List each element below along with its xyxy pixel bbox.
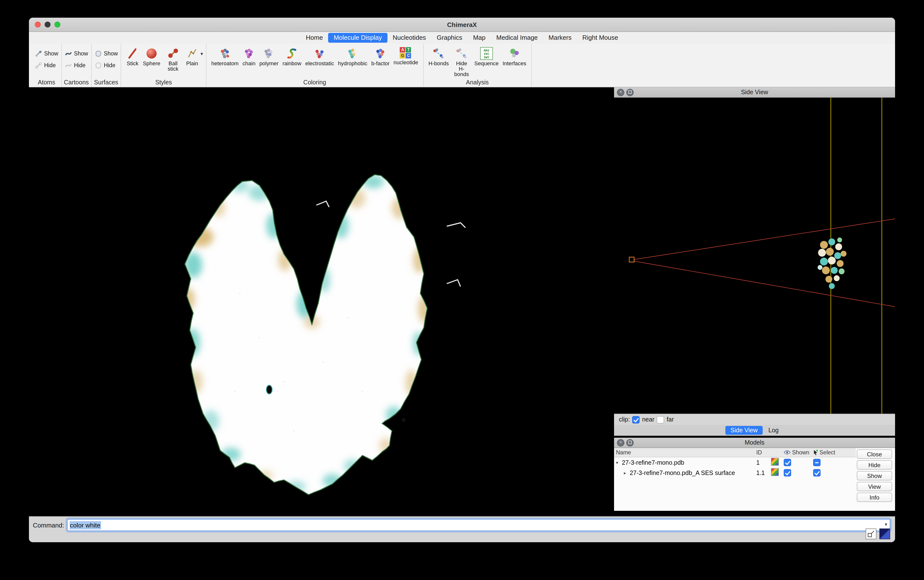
model-name: 27-3-refine7-mono.pdb_A SES surface <box>630 470 735 476</box>
polymer-coloring-button[interactable]: polymer <box>258 46 281 66</box>
column-header-select[interactable]: Select <box>813 450 847 455</box>
sequence-icon-line-2: VVC <box>484 52 489 55</box>
model-select-checkbox[interactable] <box>813 469 820 476</box>
toolbar-caption-cartoons: Cartoons <box>62 79 91 86</box>
toolbar-section-surfaces: Show Hide Surfaces <box>92 44 122 87</box>
models-title: Models <box>614 439 895 446</box>
atoms-hide-label: Hide <box>44 62 56 68</box>
clip-near-checkbox[interactable] <box>632 416 640 423</box>
panel-gap <box>614 436 895 438</box>
hbonds-button[interactable]: H-bonds <box>426 46 451 66</box>
sequence-label: Sequence <box>474 61 498 66</box>
heteroatom-coloring-button[interactable]: heteroatom <box>209 46 240 66</box>
atoms-hide-icon <box>35 62 42 69</box>
toolbar-caption-surfaces: Surfaces <box>92 79 121 86</box>
tab-graphics[interactable]: Graphics <box>431 33 468 43</box>
hide-h-bonds-icon <box>455 47 468 60</box>
bfactor-coloring-button[interactable]: b-factor <box>369 46 391 66</box>
models-show-button[interactable]: Show <box>857 471 892 480</box>
styles-menu-caret[interactable]: ▾ <box>201 51 203 56</box>
surfaces-show-button[interactable]: Show <box>94 49 118 58</box>
cursor-icon <box>813 450 818 455</box>
model-id: 1.1 <box>755 470 771 476</box>
sphere-style-button[interactable]: Sphere <box>141 46 162 66</box>
chain-coloring-button[interactable]: chain <box>240 46 258 66</box>
tab-markers[interactable]: Markers <box>543 33 577 43</box>
sequence-icon-line-1: MAV <box>484 48 489 52</box>
side-panel-tabs: Side View Log <box>614 425 895 436</box>
model-color-swatch[interactable] <box>771 458 779 466</box>
model-row[interactable]: ▸ 27-3-refine7-mono.pdb_A SES surface 1.… <box>614 468 856 478</box>
model-row[interactable]: ▾ 27-3-refine7-mono.pdb 1 <box>614 457 856 468</box>
clip-far-checkbox[interactable] <box>657 416 664 423</box>
tab-log[interactable]: Log <box>764 426 784 435</box>
polymer-label: polymer <box>260 61 279 66</box>
surface-edge-pocket <box>402 418 406 422</box>
side-view-undock-icon[interactable] <box>626 89 634 96</box>
zoom-window-button[interactable] <box>54 21 60 28</box>
toolbar-caption-coloring: Coloring <box>207 79 423 86</box>
disclosure-triangle-collapsed[interactable]: ▸ <box>624 470 628 475</box>
electrostatic-icon <box>313 47 326 60</box>
model-shown-checkbox[interactable] <box>784 459 791 466</box>
hydrophobic-coloring-button[interactable]: hydrophobic <box>336 46 369 66</box>
frame-icon[interactable] <box>866 529 876 539</box>
ball-stick-style-button[interactable]: Ball stick <box>162 46 184 72</box>
side-view-viewport[interactable] <box>614 98 895 414</box>
cartoons-show-button[interactable]: Show <box>65 49 88 58</box>
command-input[interactable]: color white ▾ <box>67 519 890 531</box>
atoms-hide-button[interactable]: Hide <box>35 61 58 70</box>
tab-medical-image[interactable]: Medical Image <box>491 33 543 43</box>
stick-style-button[interactable]: Stick <box>124 46 141 66</box>
model-select-checkbox[interactable] <box>813 459 820 466</box>
surfaces-hide-button[interactable]: Hide <box>94 61 118 70</box>
models-info-button[interactable]: Info <box>857 493 892 502</box>
tab-right-mouse[interactable]: Right Mouse <box>577 33 623 43</box>
gradient-swatch-icon[interactable] <box>880 529 890 539</box>
models-undock-icon[interactable] <box>626 439 634 446</box>
toolbar-caption-analysis: Analysis <box>424 79 531 86</box>
disclosure-triangle-expanded[interactable]: ▾ <box>616 460 620 465</box>
b-factor-label: b-factor <box>371 61 390 66</box>
polymer-icon <box>263 47 275 60</box>
tab-home[interactable]: Home <box>301 33 328 43</box>
toolbar-section-coloring: heteroatom chain polymer rainbow <box>207 44 424 87</box>
tab-side-view[interactable]: Side View <box>726 426 763 435</box>
models-close-button[interactable]: Close <box>857 450 892 459</box>
interfaces-button[interactable]: Interfaces <box>500 46 528 66</box>
sequence-button[interactable]: MAV VVC SWY Sequence <box>472 46 500 66</box>
cartoons-hide-icon <box>65 62 72 69</box>
minimize-window-button[interactable] <box>44 21 51 28</box>
column-header-id[interactable]: ID <box>755 450 771 455</box>
model-color-swatch[interactable] <box>771 468 779 476</box>
traffic-lights <box>35 18 60 31</box>
main-graphics-viewport[interactable] <box>29 87 614 516</box>
column-header-shown[interactable]: Shown <box>784 450 813 455</box>
models-header: × Models <box>614 438 895 448</box>
ribbon-tab-bar: Home Molecule Display Nucleotides Graphi… <box>29 32 895 44</box>
cartoons-hide-button[interactable]: Hide <box>65 61 88 70</box>
tab-nucleotides[interactable]: Nucleotides <box>387 33 431 43</box>
rainbow-coloring-button[interactable]: rainbow <box>281 46 303 66</box>
nucleotide-coloring-button[interactable]: A T G C nucleotide <box>391 46 420 65</box>
electrostatic-coloring-button[interactable]: electrostatic <box>303 46 336 66</box>
tab-molecule-display[interactable]: Molecule Display <box>328 33 388 43</box>
surface-cavity-hole <box>266 385 272 394</box>
atoms-show-button[interactable]: Show <box>35 49 58 58</box>
nucleotide-t-tile: T <box>406 47 411 53</box>
command-history-caret-icon[interactable]: ▾ <box>885 522 887 527</box>
side-view-close-icon[interactable]: × <box>617 89 624 96</box>
model-shown-checkbox[interactable] <box>784 469 791 476</box>
cartoons-hide-label: Hide <box>74 62 85 68</box>
hide-hbonds-button[interactable]: Hide H-bonds <box>451 46 472 77</box>
sphere-label: Sphere <box>143 61 160 66</box>
models-view-button[interactable]: View <box>857 482 892 491</box>
models-close-icon[interactable]: × <box>617 439 624 446</box>
camera-position-marker <box>629 257 634 262</box>
models-hide-button[interactable]: Hide <box>857 460 892 470</box>
tab-map[interactable]: Map <box>468 33 491 43</box>
column-header-name[interactable]: Name <box>614 450 755 455</box>
close-window-button[interactable] <box>35 21 41 28</box>
plain-style-button[interactable]: Plain <box>184 46 201 66</box>
stick-icon <box>126 47 139 60</box>
